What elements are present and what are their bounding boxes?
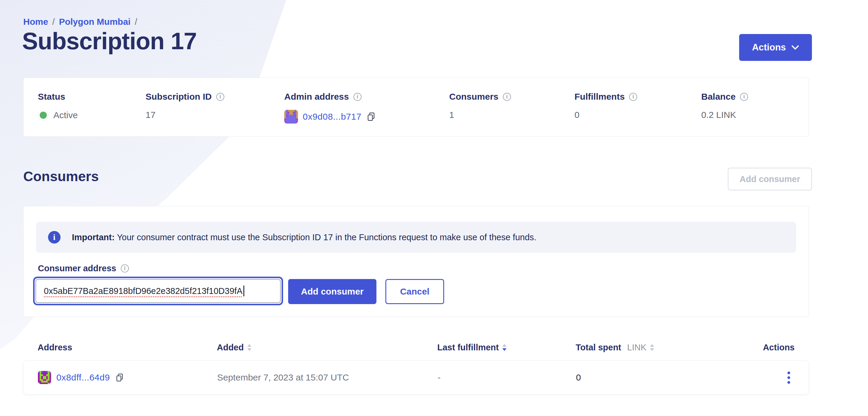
- info-icon[interactable]: i: [629, 93, 637, 101]
- subscription-summary-card: Status Active Subscription ID i 17 Admin…: [23, 78, 809, 137]
- actions-dropdown-button[interactable]: Actions: [739, 34, 812, 61]
- admin-address-label: Admin address: [284, 92, 349, 102]
- info-glyph: i: [53, 233, 56, 242]
- consumer-table-row: 0x8dff...64d9 September 7, 2023 at 15:07…: [23, 360, 809, 394]
- column-header-added[interactable]: Added: [217, 343, 437, 352]
- consumer-address-link[interactable]: 0x8dff...64d9: [56, 373, 110, 383]
- banner-text: Important: Your consumer contract must u…: [72, 233, 536, 242]
- balance-label: Balance: [701, 92, 736, 102]
- info-icon[interactable]: i: [216, 93, 224, 101]
- info-icon[interactable]: i: [121, 264, 129, 272]
- info-glyph: i: [506, 94, 508, 100]
- breadcrumb-home-link[interactable]: Home: [23, 17, 48, 27]
- consumer-last-fulfillment-cell: -: [438, 373, 576, 383]
- status-value: Active: [53, 110, 78, 120]
- status-active-dot: [40, 112, 47, 119]
- summary-subscription-id: Subscription ID i 17: [146, 92, 284, 137]
- status-label: Status: [38, 92, 65, 102]
- subscription-id-value: 17: [146, 110, 155, 120]
- important-info-banner: i Important: Your consumer contract must…: [36, 222, 796, 253]
- total-spent-unit: LINK: [627, 343, 646, 352]
- consumer-address-input-value: 0x5abE77Ba2aE8918bfD96e2e382d5f213f10D39…: [44, 286, 243, 296]
- consumers-heading: Consumers: [23, 168, 99, 184]
- consumer-identicon-avatar: [38, 371, 51, 384]
- column-header-address: Address: [38, 343, 217, 352]
- info-glyph: i: [743, 94, 745, 100]
- info-glyph: i: [357, 94, 358, 100]
- consumer-address-input[interactable]: 0x5abE77Ba2aE8918bfD96e2e382d5f213f10D39…: [35, 279, 281, 303]
- actions-button-label: Actions: [752, 42, 786, 53]
- sort-icon[interactable]: [247, 344, 251, 351]
- consumer-address-cell: 0x8dff...64d9: [38, 371, 217, 384]
- kebab-menu-icon[interactable]: [783, 370, 794, 386]
- summary-admin-address: Admin address i: [284, 92, 449, 137]
- column-header-total-spent[interactable]: Total spent LINK: [576, 343, 743, 352]
- balance-value: 0.2 LINK: [701, 110, 736, 120]
- info-icon[interactable]: i: [353, 93, 362, 101]
- summary-consumers: Consumers i 1: [449, 92, 575, 137]
- admin-address-link[interactable]: 0x9d08...b717: [303, 112, 362, 122]
- breadcrumb-separator: /: [52, 17, 55, 27]
- fulfillments-label: Fulfillments: [575, 92, 625, 102]
- column-header-last-fulfillment[interactable]: Last fulfillment: [437, 343, 576, 352]
- status-dot-ring: [38, 110, 49, 121]
- consumer-total-spent-cell: 0: [576, 373, 743, 383]
- sort-icon[interactable]: [650, 344, 654, 351]
- summary-fulfillments: Fulfillments i 0: [575, 92, 701, 137]
- info-glyph: i: [632, 94, 634, 100]
- fulfillments-value: 0: [575, 110, 580, 120]
- banner-message: Your consumer contract must use the Subs…: [117, 233, 536, 242]
- add-consumer-button-disabled[interactable]: Add consumer: [728, 168, 812, 190]
- info-icon[interactable]: i: [503, 93, 511, 101]
- info-icon[interactable]: i: [740, 93, 748, 101]
- cancel-button[interactable]: Cancel: [385, 279, 444, 304]
- summary-balance: Balance i 0.2 LINK: [701, 92, 809, 137]
- consumer-added-cell: September 7, 2023 at 15:07 UTC: [217, 373, 438, 383]
- info-glyph: i: [220, 94, 221, 100]
- consumer-address-input-focus-ring: 0x5abE77Ba2aE8918bfD96e2e382d5f213f10D39…: [33, 277, 283, 305]
- copy-icon[interactable]: [115, 373, 124, 382]
- info-glyph: i: [124, 265, 126, 272]
- consumer-actions-cell: [783, 370, 794, 386]
- page-title: Subscription 17: [22, 27, 196, 55]
- consumer-address-label: Consumer address i: [38, 264, 129, 273]
- breadcrumb-separator: /: [135, 17, 137, 27]
- subscription-page: Home / Polygon Mumbai / Subscription 17 …: [0, 0, 868, 416]
- copy-icon[interactable]: [366, 112, 376, 121]
- consumers-table-header: Address Added Last fulfillment Total spe…: [23, 338, 809, 356]
- add-consumer-submit-button[interactable]: Add consumer: [288, 279, 376, 304]
- admin-identicon-avatar: [284, 110, 298, 123]
- chevron-down-icon: [791, 45, 799, 50]
- sort-icon-active-desc[interactable]: [502, 344, 506, 351]
- summary-status: Status Active: [38, 92, 146, 137]
- consumers-label: Consumers: [449, 92, 498, 102]
- banner-emphasis: Important:: [72, 233, 115, 242]
- info-circle-icon: i: [48, 231, 61, 243]
- consumers-value: 1: [449, 110, 454, 120]
- breadcrumb-network-link[interactable]: Polygon Mumbai: [59, 17, 131, 27]
- text-caret: [243, 286, 244, 296]
- subscription-id-label: Subscription ID: [146, 92, 212, 102]
- column-header-actions: Actions: [763, 343, 795, 352]
- breadcrumb: Home / Polygon Mumbai /: [23, 17, 137, 27]
- add-consumer-form-card: i Important: Your consumer contract must…: [23, 206, 809, 317]
